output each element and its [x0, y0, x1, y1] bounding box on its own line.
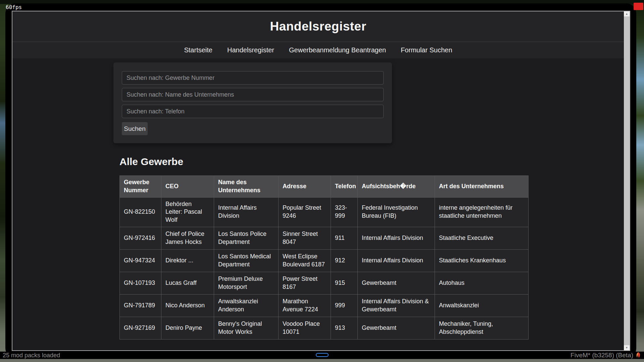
cell-aufsichtsbehoerde: Internal Affairs Division	[358, 249, 435, 272]
cell-aufsichtsbehoerde: Gewerbeamt	[358, 272, 435, 294]
cell-adresse: Marathon Avenue 7224	[279, 294, 331, 317]
fivem-watermark: FiveM* (b3258) (Beta)	[571, 352, 642, 359]
section-title: Alle Gewerbe	[119, 156, 630, 167]
cell-adresse: Sinner Street 8047	[279, 227, 331, 249]
cell-adresse: Popular Street 9246	[279, 197, 331, 227]
cell-gewerbe-nummer: GN-107193	[120, 272, 161, 294]
cell-telefon: 915	[331, 272, 358, 294]
scrollbar-track[interactable]	[624, 16, 630, 345]
search-button[interactable]: Suchen	[122, 122, 148, 135]
cell-gewerbe-nummer: GN-927169	[120, 317, 161, 339]
cell-name-des-unternehmens: Benny's Original Motor Works	[214, 317, 279, 339]
nav-item-handelsregister[interactable]: Handelsregister	[227, 46, 274, 54]
cell-art-des-unternehmens: interne angelegenheiten für staatliche u…	[435, 197, 529, 227]
cell-name-des-unternehmens: Los Santos Police Department	[214, 227, 279, 249]
cell-telefon: 999	[331, 294, 358, 317]
cell-art-des-unternehmens: Mechaniker, Tuning, Abschleppdienst	[435, 317, 529, 339]
status-bar: 25 mod packs loaded FiveM* (b3258) (Beta…	[0, 352, 644, 359]
fivem-watermark-text: FiveM* (b3258) (Beta)	[571, 352, 633, 359]
nav-item-startseite[interactable]: Startseite	[184, 46, 212, 54]
col-gewerbe-nummer: Gewerbe Nummer	[120, 176, 161, 198]
scrollbar[interactable]: ▲ ▼	[624, 11, 630, 350]
table-row: GN-972416 Chief of Police James Hocks Lo…	[120, 227, 529, 249]
cell-art-des-unternehmens: Staatliche Executive	[435, 227, 529, 249]
cell-aufsichtsbehoerde: Federal Investigation Bureau (FIB)	[358, 197, 435, 227]
page-header: Handelsregister	[12, 11, 630, 42]
search-unternehmen-input[interactable]	[122, 88, 384, 101]
cell-name-des-unternehmens: Los Santos Medical Department	[214, 249, 279, 272]
fivem-logo-icon	[635, 352, 642, 359]
browser-page: Handelsregister Startseite Handelsregist…	[12, 11, 630, 351]
scroll-down-button[interactable]: ▼	[624, 345, 630, 350]
screen: { "overlay": { "fps_counter": "60fps", "…	[0, 0, 644, 362]
fps-counter: 60fps	[6, 4, 22, 10]
red-status-indicator	[634, 3, 643, 10]
scroll-up-button[interactable]: ▲	[624, 11, 630, 16]
search-panel: Suchen	[113, 62, 392, 143]
mod-packs-status: 25 mod packs loaded	[3, 352, 60, 359]
cell-ceo: Direktor ...	[161, 249, 214, 272]
main-nav: Startseite Handelsregister Gewerbeanmeld…	[12, 42, 630, 58]
nav-item-gewerbeanmeldung[interactable]: Gewerbeanmeldung Beantragen	[289, 46, 386, 54]
cell-name-des-unternehmens: Internal Affairs Division	[214, 197, 279, 227]
arrow-down-icon: ▼	[626, 346, 628, 349]
cell-art-des-unternehmens: Staatliches Krankenhaus	[435, 249, 529, 272]
cell-telefon: 323-999	[331, 197, 358, 227]
cell-gewerbe-nummer: GN-972416	[120, 227, 161, 249]
cell-ceo: Lucas Graff	[161, 272, 214, 294]
nav-item-formular-suchen[interactable]: Formular Suchen	[401, 46, 452, 54]
col-adresse: Adresse	[279, 176, 331, 198]
page-title: Handelsregister	[270, 19, 366, 34]
cell-name-des-unternehmens: Anwaltskanzlei Anderson	[214, 294, 279, 317]
cell-gewerbe-nummer: GN-947324	[120, 249, 161, 272]
cell-ceo: Behörden Leiter: Pascal Wolf	[161, 197, 214, 227]
table-row: GN-927169 Deniro Payne Benny's Original …	[120, 317, 529, 339]
table-row: GN-791789 Nico Anderson Anwaltskanzlei A…	[120, 294, 529, 317]
cell-ceo: Chief of Police James Hocks	[161, 227, 214, 249]
cell-telefon: 912	[331, 249, 358, 272]
main-area: Suchen Alle Gewerbe Gewerbe Nummer CEO N…	[12, 62, 630, 351]
arrow-up-icon: ▲	[626, 12, 628, 15]
table-row: GN-947324 Direktor ... Los Santos Medica…	[120, 249, 529, 272]
focus-indicator-pill	[316, 353, 329, 357]
cell-gewerbe-nummer: GN-822150	[120, 197, 161, 227]
cell-aufsichtsbehoerde: Internal Affairs Division & Gewerbeamt	[358, 294, 435, 317]
table-header-row: Gewerbe Nummer CEO Name des Unternehmens…	[120, 176, 529, 198]
search-gewerbe-nummer-input[interactable]	[122, 71, 384, 85]
cell-adresse: Voodoo Place 10071	[279, 317, 331, 339]
cell-aufsichtsbehoerde: Gewerbeamt	[358, 317, 435, 339]
search-telefon-input[interactable]	[122, 105, 384, 118]
col-name-des-unternehmens: Name des Unternehmens	[214, 176, 279, 198]
cell-adresse: West Eclipse Boulevard 6187	[279, 249, 331, 272]
col-art-des-unternehmens: Art des Unternehmens	[435, 176, 529, 198]
cell-telefon: 911	[331, 227, 358, 249]
cell-name-des-unternehmens: Premium Deluxe Motorsport	[214, 272, 279, 294]
cell-art-des-unternehmens: Anwaltskanzlei	[435, 294, 529, 317]
cell-art-des-unternehmens: Autohaus	[435, 272, 529, 294]
table-row: GN-822150 Behörden Leiter: Pascal Wolf I…	[120, 197, 529, 227]
cell-adresse: Power Street 8167	[279, 272, 331, 294]
cell-telefon: 913	[331, 317, 358, 339]
table-row: GN-107193 Lucas Graff Premium Deluxe Mot…	[120, 272, 529, 294]
cell-ceo: Deniro Payne	[161, 317, 214, 339]
gewerbe-table: Gewerbe Nummer CEO Name des Unternehmens…	[119, 175, 529, 340]
col-ceo: CEO	[161, 176, 214, 198]
cell-ceo: Nico Anderson	[161, 294, 214, 317]
col-aufsichtsbehoerde: Aufsichtsbeh�rde	[358, 176, 435, 198]
col-telefon: Telefon	[331, 176, 358, 198]
cell-aufsichtsbehoerde: Internal Affairs Division	[358, 227, 435, 249]
cell-gewerbe-nummer: GN-791789	[120, 294, 161, 317]
